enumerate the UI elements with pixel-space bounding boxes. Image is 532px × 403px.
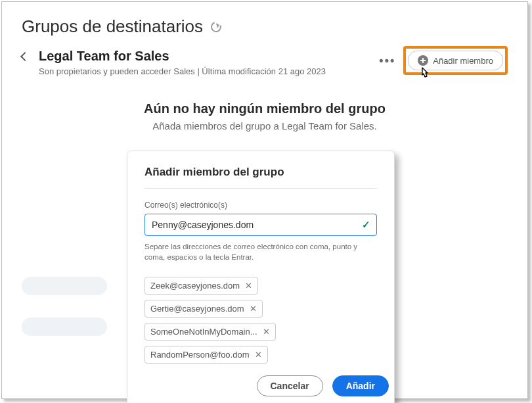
chip-remove-icon[interactable]: ✕ <box>263 327 270 336</box>
checkmark-icon: ✓ <box>362 219 370 231</box>
modal-actions: Cancelar Añadir <box>156 364 389 403</box>
chip-label: Gertie@caseyjones.dom <box>150 304 244 314</box>
chip-remove-icon[interactable]: ✕ <box>255 350 262 359</box>
chip-label: SomeOneNotInMyDomain... <box>150 327 257 337</box>
email-chip[interactable]: Gertie@caseyjones.dom ✕ <box>144 300 263 318</box>
group-title: Legal Team for Sales <box>39 49 326 64</box>
header-actions: ••• Añadir miembro <box>378 46 508 75</box>
page-title-row: Grupos de destinatarios <box>2 2 527 42</box>
tutorial-highlight: Añadir miembro <box>403 46 508 75</box>
email-chip[interactable]: RandomPerson@foo.dom ✕ <box>144 346 268 364</box>
email-chip[interactable]: SomeOneNotInMyDomain... ✕ <box>144 323 276 341</box>
email-helper-text: Separe las direcciones de correo electró… <box>144 241 377 262</box>
refresh-icon[interactable] <box>209 20 223 34</box>
add-member-button[interactable]: Añadir miembro <box>408 51 503 70</box>
email-input[interactable] <box>144 214 377 236</box>
cursor-pointer-icon <box>416 66 433 84</box>
group-header-text: Legal Team for Sales Son propietarios y … <box>39 49 326 76</box>
back-chevron-icon[interactable] <box>20 52 30 61</box>
more-options-icon[interactable]: ••• <box>378 51 397 70</box>
chip-remove-icon[interactable]: ✕ <box>250 304 257 313</box>
chip-remove-icon[interactable]: ✕ <box>245 281 252 290</box>
background-placeholder <box>22 318 107 336</box>
group-header: Legal Team for Sales Son propietarios y … <box>2 42 527 79</box>
cancel-button[interactable]: Cancelar <box>257 375 323 396</box>
plus-circle-icon <box>418 55 428 66</box>
email-field-label: Correo(s) electrónico(s) <box>144 201 377 210</box>
background-placeholder <box>22 277 107 295</box>
add-member-modal: Añadir miembro del grupo Correo(s) elect… <box>127 151 395 403</box>
page-title: Grupos de destinatarios <box>22 16 203 37</box>
add-button[interactable]: Añadir <box>332 375 389 396</box>
add-member-label: Añadir miembro <box>433 56 493 66</box>
chip-label: RandomPerson@foo.dom <box>150 350 250 360</box>
empty-state: Aún no hay ningún miembro del grupo Añad… <box>2 101 527 131</box>
email-input-wrap: ✓ <box>144 214 377 236</box>
divider <box>144 188 377 189</box>
email-chips: Zeek@caseyjones.dom ✕ Gertie@caseyjones.… <box>144 277 377 364</box>
group-subtitle: Son propietarios y pueden acceder Sales … <box>39 66 326 76</box>
empty-state-subtitle: Añada miembros del grupo a Legal Team fo… <box>2 120 527 131</box>
email-chip[interactable]: Zeek@caseyjones.dom ✕ <box>144 277 258 295</box>
empty-state-title: Aún no hay ningún miembro del grupo <box>2 101 527 116</box>
chip-label: Zeek@caseyjones.dom <box>150 281 240 291</box>
modal-title: Añadir miembro del grupo <box>144 166 377 188</box>
app-frame: Grupos de destinatarios Legal Team for S… <box>1 1 528 399</box>
